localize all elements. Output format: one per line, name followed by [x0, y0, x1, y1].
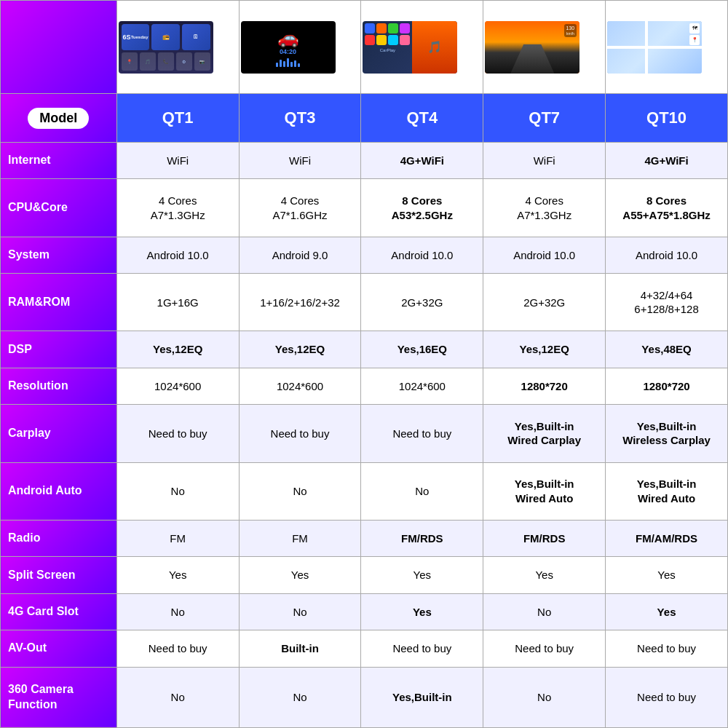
table-cell: 4+32/4+64 6+128/8+128 [606, 274, 728, 331]
table-cell: 4 Cores A7*1.6GHz [239, 179, 361, 237]
table-cell: Yes [606, 593, 728, 630]
table-cell: FM/RDS [483, 520, 606, 556]
table-cell: Built-in [239, 630, 361, 667]
table-cell: 1+16/2+16/2+32 [239, 274, 361, 331]
feature-label: Split Screen [1, 557, 117, 593]
table-row: InternetWiFiWiFi4G+WiFiWiFi4G+WiFi [1, 143, 728, 179]
model-image-qt3: 🚗 04:20 [239, 1, 361, 94]
table-cell: 1280*720 [483, 368, 606, 404]
table-cell: 4 Cores A7*1.3GHz [483, 179, 606, 237]
table-cell: WiFi [483, 143, 606, 179]
table-cell: Need to buy [606, 630, 728, 667]
feature-label: Resolution [1, 368, 117, 404]
table-cell: FM [239, 520, 361, 556]
header-image-row: 6STuesday 📻 🗓 📍 🎵 📞 ⚙ 📷 [1, 1, 728, 94]
comparison-table-wrapper: 6STuesday 📻 🗓 📍 🎵 📞 ⚙ 📷 [0, 0, 728, 728]
model-image-qt4: CarPlay 🎵 [361, 1, 483, 94]
table-cell: Yes,12EQ [239, 331, 361, 368]
table-cell: Yes [606, 557, 728, 593]
table-cell: Yes,Built-in Wired Auto [483, 462, 606, 520]
table-row: Resolution1024*6001024*6001024*6001280*7… [1, 368, 728, 404]
table-cell: FM/AM/RDS [606, 520, 728, 556]
table-cell: 2G+32G [361, 274, 483, 331]
table-row: RadioFMFMFM/RDSFM/RDSFM/AM/RDS [1, 520, 728, 556]
feature-label: AV-Out [1, 630, 117, 667]
table-cell: FM [116, 520, 239, 556]
feature-label: CPU&Core [1, 179, 117, 237]
table-row: DSPYes,12EQYes,12EQYes,16EQYes,12EQYes,4… [1, 331, 728, 368]
table-row: SystemAndroid 10.0Android 9.0Android 10.… [1, 237, 728, 273]
model-name-row: Model QT1 QT3 QT4 QT7 QT10 [1, 94, 728, 143]
model-name-qt1: QT1 [116, 94, 239, 143]
table-row: Split ScreenYesYesYesYesYes [1, 557, 728, 593]
feature-label: DSP [1, 331, 117, 368]
table-row: CarplayNeed to buyNeed to buyNeed to buy… [1, 405, 728, 462]
table-cell: 1024*600 [361, 368, 483, 404]
model-image-qt10: 🗺 📍 [606, 1, 728, 94]
table-cell: Yes,Built-in Wireless Carplay [606, 405, 728, 462]
table-cell: 1280*720 [606, 368, 728, 404]
feature-label: System [1, 237, 117, 273]
table-cell: 4G+WiFi [606, 143, 728, 179]
table-cell: Need to buy [606, 667, 728, 727]
table-cell: WiFi [116, 143, 239, 179]
table-cell: Android 10.0 [116, 237, 239, 273]
table-cell: No [239, 593, 361, 630]
table-cell: No [239, 462, 361, 520]
comparison-table: 6STuesday 📻 🗓 📍 🎵 📞 ⚙ 📷 [0, 0, 728, 728]
table-cell: Android 9.0 [239, 237, 361, 273]
table-cell: Yes [361, 557, 483, 593]
model-name-qt4: QT4 [361, 94, 483, 143]
model-image-qt7: 130km/h [483, 1, 606, 94]
table-cell: 4 Cores A7*1.3GHz [116, 179, 239, 237]
table-cell: Yes [361, 593, 483, 630]
model-name-qt3: QT3 [239, 94, 361, 143]
table-cell: 8 Cores A55+A75*1.8GHz [606, 179, 728, 237]
model-name-qt7: QT7 [483, 94, 606, 143]
table-row: AV-OutNeed to buyBuilt-inNeed to buyNeed… [1, 630, 728, 667]
table-cell: Android 10.0 [606, 237, 728, 273]
table-cell: Yes [239, 557, 361, 593]
table-cell: 2G+32G [483, 274, 606, 331]
table-cell: Yes,16EQ [361, 331, 483, 368]
table-cell: Yes,Built-in Wired Carplay [483, 405, 606, 462]
header-corner-cell [1, 1, 117, 94]
table-cell: Yes,12EQ [116, 331, 239, 368]
table-cell: Need to buy [116, 630, 239, 667]
table-cell: 1024*600 [116, 368, 239, 404]
table-cell: No [483, 593, 606, 630]
table-cell: Yes [483, 557, 606, 593]
feature-label: Internet [1, 143, 117, 179]
table-cell: 8 Cores A53*2.5GHz [361, 179, 483, 237]
feature-label: 4G Card Slot [1, 593, 117, 630]
feature-label: Android Auto [1, 462, 117, 520]
table-cell: No [361, 462, 483, 520]
table-cell: Need to buy [239, 405, 361, 462]
model-image-qt1: 6STuesday 📻 🗓 📍 🎵 📞 ⚙ 📷 [116, 1, 239, 94]
feature-label: Radio [1, 520, 117, 556]
table-cell: Yes,12EQ [483, 331, 606, 368]
table-cell: 4G+WiFi [361, 143, 483, 179]
feature-label: 360 Camera Function [1, 667, 117, 727]
table-row: CPU&Core4 Cores A7*1.3GHz4 Cores A7*1.6G… [1, 179, 728, 237]
table-cell: Need to buy [361, 630, 483, 667]
table-cell: Yes [116, 557, 239, 593]
table-cell: Yes,48EQ [606, 331, 728, 368]
table-cell: No [239, 667, 361, 727]
table-cell: 1024*600 [239, 368, 361, 404]
table-cell: No [116, 593, 239, 630]
table-cell: Need to buy [116, 405, 239, 462]
model-header-label: Model [1, 94, 117, 143]
table-cell: Need to buy [361, 405, 483, 462]
table-cell: No [116, 667, 239, 727]
table-row: 4G Card SlotNoNoYesNoYes [1, 593, 728, 630]
table-cell: FM/RDS [361, 520, 483, 556]
table-row: 360 Camera FunctionNoNoYes,Built-inNoNee… [1, 667, 728, 727]
table-cell: No [116, 462, 239, 520]
table-cell: Yes,Built-in Wired Auto [606, 462, 728, 520]
table-cell: Yes,Built-in [361, 667, 483, 727]
table-row: Android AutoNoNoNoYes,Built-in Wired Aut… [1, 462, 728, 520]
table-row: RAM&ROM1G+16G1+16/2+16/2+322G+32G2G+32G4… [1, 274, 728, 331]
model-name-qt10: QT10 [606, 94, 728, 143]
table-cell: Need to buy [483, 630, 606, 667]
